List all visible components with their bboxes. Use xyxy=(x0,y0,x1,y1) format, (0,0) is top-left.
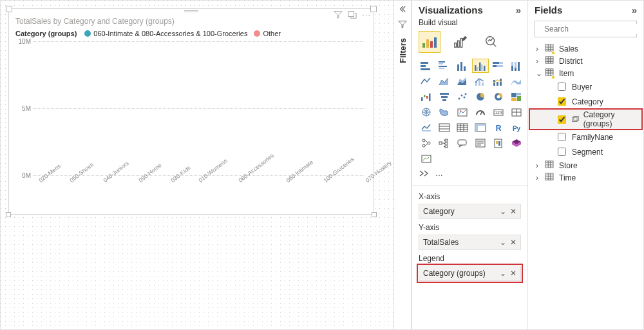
collapse-pane-icon[interactable]: » xyxy=(516,5,521,15)
viz-type-area[interactable] xyxy=(437,75,452,88)
yaxis-well[interactable]: TotalSales ⌄✕ xyxy=(419,235,521,250)
filter-icon xyxy=(398,20,407,29)
field-item[interactable]: FamilyNane xyxy=(529,130,642,144)
viz-type-matrix[interactable] xyxy=(473,121,488,134)
chevron-down-icon[interactable]: ⌄ xyxy=(500,269,506,278)
filter-icon[interactable] xyxy=(334,10,343,21)
svg-rect-92 xyxy=(445,146,448,148)
svg-point-51 xyxy=(464,97,466,99)
collapse-pane-icon[interactable]: » xyxy=(632,5,637,15)
field-checkbox[interactable] xyxy=(558,82,566,91)
svg-rect-48 xyxy=(442,99,446,101)
viz-type-table[interactable] xyxy=(455,121,470,134)
svg-rect-31 xyxy=(515,62,516,68)
filters-pane-collapsed[interactable]: Filters xyxy=(393,1,412,329)
legend-well[interactable]: Category (groups) ⌄✕ xyxy=(419,266,521,281)
viz-type-100pct-bar[interactable] xyxy=(491,59,506,72)
viz-type-line-clustered-column[interactable] xyxy=(473,75,488,88)
remove-field-icon[interactable]: ✕ xyxy=(510,238,516,247)
viz-type-slicer[interactable] xyxy=(437,121,452,134)
xaxis-well[interactable]: Category ⌄✕ xyxy=(419,204,521,219)
field-checkbox[interactable] xyxy=(558,115,566,124)
svg-rect-98 xyxy=(495,139,502,148)
svg-rect-29 xyxy=(511,62,513,66)
fields-search[interactable] xyxy=(535,21,637,37)
build-visual-tab[interactable] xyxy=(419,31,440,53)
viz-type-card[interactable]: 123 xyxy=(491,106,506,119)
table-node[interactable]: ⌄Item xyxy=(529,67,642,79)
expand-left-icon[interactable] xyxy=(398,5,407,14)
more-options-icon[interactable]: ··· xyxy=(362,10,371,21)
report-canvas[interactable]: ··· TotalSales by Category and Category … xyxy=(1,1,393,329)
remove-field-icon[interactable]: ✕ xyxy=(510,207,516,216)
viz-type-gauge[interactable] xyxy=(473,106,488,119)
viz-type-decomposition-tree[interactable] xyxy=(437,137,452,150)
svg-rect-44 xyxy=(426,96,428,99)
svg-rect-81 xyxy=(475,124,478,131)
viz-type-icon[interactable] xyxy=(419,152,434,165)
fields-tree: ›Sales›District⌄ItemBuyerCategoryCategor… xyxy=(528,41,643,185)
viz-type-line[interactable] xyxy=(419,75,434,88)
svg-rect-5 xyxy=(455,43,457,47)
svg-rect-2 xyxy=(426,39,429,48)
viz-type-clustered-bar-h[interactable] xyxy=(437,59,452,72)
viz-type-line-stacked-column[interactable] xyxy=(491,75,506,88)
svg-point-86 xyxy=(428,142,430,144)
focus-mode-icon[interactable] xyxy=(348,10,357,21)
viz-type-100pct-column[interactable] xyxy=(509,59,524,72)
viz-type-python-visual[interactable]: Py xyxy=(509,121,524,134)
chart-plot: 10M5M0M 020-Mens050-Shoes040-Juniors090-… xyxy=(15,41,367,211)
viz-type-r-visual[interactable]: R xyxy=(491,121,506,134)
viz-type-kpi[interactable] xyxy=(419,121,434,134)
expand-gallery-icon[interactable] xyxy=(419,169,430,180)
svg-rect-38 xyxy=(482,82,484,86)
yaxis-well-label: Y-axis xyxy=(419,223,521,232)
viz-type-filled-map[interactable] xyxy=(437,106,452,119)
table-node[interactable]: ›Time xyxy=(529,171,642,184)
field-item[interactable]: Category (groups) xyxy=(529,109,642,130)
viz-type-azure-map[interactable] xyxy=(455,106,470,119)
viz-type-ribbon[interactable] xyxy=(509,75,524,88)
drag-handle-icon[interactable] xyxy=(184,10,198,14)
viz-type-paginated-report[interactable] xyxy=(491,137,506,150)
table-node[interactable]: ›Sales xyxy=(529,43,642,55)
field-item[interactable]: Category xyxy=(529,94,642,109)
remove-field-icon[interactable]: ✕ xyxy=(510,269,516,278)
more-visuals-icon[interactable]: ··· xyxy=(435,170,443,180)
viz-type-smart-narrative[interactable] xyxy=(473,137,488,150)
field-item[interactable]: Segment xyxy=(529,144,642,159)
svg-point-49 xyxy=(459,98,460,100)
viz-type-stacked-bar-h[interactable] xyxy=(419,59,434,72)
table-node[interactable]: ›Store xyxy=(529,159,642,171)
viz-type-clustered-column[interactable] xyxy=(473,59,488,72)
viz-type-funnel[interactable] xyxy=(437,90,452,103)
viz-type-stacked-column[interactable] xyxy=(455,59,470,72)
field-checkbox[interactable] xyxy=(558,148,566,156)
viz-type-treemap[interactable] xyxy=(509,90,524,103)
viz-type-power-apps[interactable] xyxy=(509,137,524,150)
svg-rect-91 xyxy=(445,142,448,144)
viz-type-map[interactable] xyxy=(419,106,434,119)
viz-type-waterfall[interactable] xyxy=(419,90,434,103)
field-checkbox[interactable] xyxy=(558,133,566,141)
svg-rect-69 xyxy=(422,130,431,131)
viz-type-qa-visual[interactable] xyxy=(455,137,470,150)
svg-rect-7 xyxy=(460,39,462,48)
field-checkbox[interactable] xyxy=(558,97,566,106)
field-item[interactable]: Buyer xyxy=(529,79,642,94)
viz-type-donut[interactable] xyxy=(491,90,506,103)
search-input[interactable] xyxy=(543,24,642,34)
chevron-down-icon[interactable]: ⌄ xyxy=(500,238,506,247)
chevron-down-icon[interactable]: ⌄ xyxy=(500,207,506,216)
analytics-tab[interactable] xyxy=(480,31,502,53)
svg-rect-27 xyxy=(497,65,503,67)
chart-visual-tile[interactable]: ··· TotalSales by Category and Category … xyxy=(8,8,374,215)
viz-type-scatter[interactable] xyxy=(455,90,470,103)
viz-type-key-influencers[interactable] xyxy=(419,137,434,150)
viz-type-pie[interactable] xyxy=(473,90,488,103)
svg-rect-45 xyxy=(429,93,431,101)
table-node[interactable]: ›District xyxy=(529,55,642,67)
viz-type-stacked-area[interactable] xyxy=(455,75,470,88)
format-visual-tab[interactable] xyxy=(450,31,471,53)
viz-type-multi-row-card[interactable] xyxy=(509,106,524,119)
